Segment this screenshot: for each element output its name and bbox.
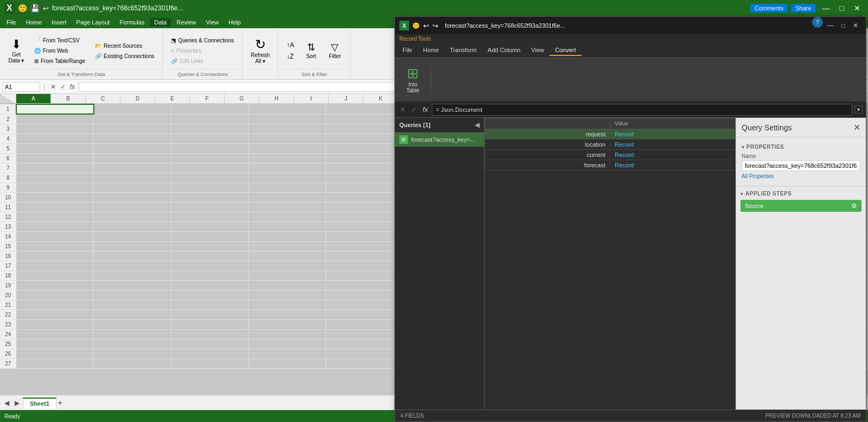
cell-C17[interactable] [171, 261, 248, 270]
row-number-7[interactable]: 7 [0, 163, 16, 173]
row-number-20[interactable]: 20 [0, 290, 16, 300]
cell-D15[interactable] [248, 241, 326, 251]
cell-E22[interactable] [326, 310, 404, 319]
cell-B15[interactable] [94, 241, 171, 251]
cell-E1[interactable] [326, 104, 404, 114]
sort-asc-button[interactable]: ↑A [283, 40, 298, 51]
corner-cell[interactable] [0, 94, 16, 103]
row-number-12[interactable]: 12 [0, 212, 16, 222]
menu-view[interactable]: View [202, 18, 224, 27]
recent-sources-button[interactable]: 📂 Recent Sources [91, 41, 158, 51]
cell-B8[interactable] [94, 173, 171, 182]
cell-A14[interactable] [16, 231, 94, 241]
cell-E12[interactable] [326, 212, 404, 222]
col-header-a[interactable]: A [16, 94, 51, 103]
cell-C20[interactable] [171, 290, 248, 300]
refresh-button[interactable]: ↻ RefreshAll ▾ [247, 35, 273, 67]
sheet-tab-sheet1[interactable]: Sheet1 [23, 398, 56, 408]
cell-B9[interactable] [94, 182, 171, 192]
cell-B26[interactable] [94, 349, 171, 358]
cell-B3[interactable] [94, 124, 171, 134]
col-header-h[interactable]: H [259, 94, 294, 103]
col-header-j[interactable]: J [329, 94, 363, 103]
cell-E19[interactable] [326, 280, 404, 290]
cell-E9[interactable] [326, 182, 404, 192]
cell-C16[interactable] [171, 251, 248, 261]
sheet-add-button[interactable]: + [58, 398, 62, 408]
cell-B22[interactable] [94, 310, 171, 319]
sheet-nav-prev[interactable]: ◀ [2, 399, 11, 407]
col-header-c[interactable]: C [86, 94, 120, 103]
col-header-b[interactable]: B [51, 94, 86, 103]
close-button[interactable]: ✕ [851, 4, 864, 12]
cell-C5[interactable] [171, 143, 248, 153]
menu-review[interactable]: Review [172, 18, 200, 27]
row-number-23[interactable]: 23 [0, 319, 16, 329]
cell-A5[interactable] [16, 143, 94, 153]
cell-A17[interactable] [16, 261, 94, 270]
cell-E20[interactable] [326, 290, 404, 300]
cell-B18[interactable] [94, 270, 171, 280]
row-number-13[interactable]: 13 [0, 222, 16, 231]
row-number-8[interactable]: 8 [0, 173, 16, 182]
cell-A18[interactable] [16, 270, 94, 280]
cell-E25[interactable] [326, 339, 404, 349]
cell-B2[interactable] [94, 114, 171, 124]
cell-D19[interactable] [248, 280, 326, 290]
cell-D2[interactable] [248, 114, 326, 124]
menu-help[interactable]: Help [224, 18, 245, 27]
cell-C18[interactable] [171, 270, 248, 280]
row-number-17[interactable]: 17 [0, 261, 16, 270]
get-data-button[interactable]: ⬇ GetData ▾ [4, 36, 28, 66]
cell-D16[interactable] [248, 251, 326, 261]
cell-C11[interactable] [171, 202, 248, 212]
cell-E14[interactable] [326, 231, 404, 241]
from-web-button[interactable]: 🌐 From Web [30, 46, 89, 55]
cell-A22[interactable] [16, 310, 94, 319]
qs-name-input[interactable] [742, 160, 860, 171]
cell-A24[interactable] [16, 329, 94, 339]
cell-D6[interactable] [248, 153, 326, 163]
maximize-button[interactable]: □ [837, 4, 847, 12]
cell-E4[interactable] [326, 134, 404, 143]
cell-E16[interactable] [326, 251, 404, 261]
cell-A25[interactable] [16, 339, 94, 349]
cell-B24[interactable] [94, 329, 171, 339]
cell-A1[interactable] [16, 104, 94, 114]
cell-B14[interactable] [94, 231, 171, 241]
formula-cancel-button[interactable]: ✕ [49, 83, 58, 91]
cell-D20[interactable] [248, 290, 326, 300]
cell-D3[interactable] [248, 124, 326, 134]
pq-close-btn[interactable]: ✕ [850, 17, 861, 34]
cell-A12[interactable] [16, 212, 94, 222]
from-text-csv-button[interactable]: 📄 From Text/CSV [30, 36, 89, 45]
cell-D10[interactable] [248, 192, 326, 202]
cell-D22[interactable] [248, 310, 326, 319]
cell-E7[interactable] [326, 163, 404, 173]
col-header-f[interactable]: F [190, 94, 225, 103]
cell-D27[interactable] [248, 358, 326, 368]
cell-A23[interactable] [16, 319, 94, 329]
qs-all-properties-link[interactable]: All Properties [742, 173, 860, 179]
sort-button[interactable]: ⇅ Sort [300, 40, 322, 62]
formula-fx-button[interactable]: fx [68, 83, 76, 91]
row-number-27[interactable]: 27 [0, 358, 16, 368]
cell-D17[interactable] [248, 261, 326, 270]
cell-B19[interactable] [94, 280, 171, 290]
pq-formula-expand[interactable]: ▾ [854, 105, 863, 114]
cell-D9[interactable] [248, 182, 326, 192]
cell-C23[interactable] [171, 319, 248, 329]
cell-A9[interactable] [16, 182, 94, 192]
cell-C9[interactable] [171, 182, 248, 192]
cell-B16[interactable] [94, 251, 171, 261]
pq-minimize-btn[interactable]: — [824, 17, 837, 34]
cell-B17[interactable] [94, 261, 171, 270]
cell-C22[interactable] [171, 310, 248, 319]
cell-D24[interactable] [248, 329, 326, 339]
menu-file[interactable]: File [2, 18, 21, 27]
cell-B12[interactable] [94, 212, 171, 222]
row-number-15[interactable]: 15 [0, 241, 16, 251]
cell-E24[interactable] [326, 329, 404, 339]
pq-formula-fx[interactable]: fx [421, 105, 430, 114]
cell-C21[interactable] [171, 300, 248, 310]
